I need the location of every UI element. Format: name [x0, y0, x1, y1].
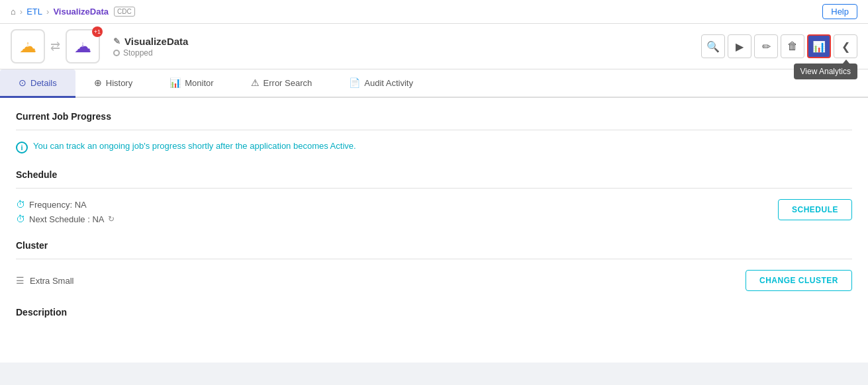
next-schedule-row: ⏱ Next Schedule : NA ↻: [16, 214, 115, 224]
tab-details[interactable]: ⊙ Details: [0, 69, 75, 98]
tab-monitor[interactable]: 📊 Monitor: [151, 69, 232, 98]
play-toolbar-button[interactable]: ▶: [728, 34, 751, 58]
arrow-exchange-icon: ⇄: [50, 39, 60, 54]
audit-activity-tab-icon: 📄: [349, 77, 360, 88]
toolbar-icons: 🔍 ▶ ✏ 🗑 📊 ❮ View Analytics: [701, 34, 857, 58]
divider-schedule: [16, 188, 852, 189]
edit-toolbar-button[interactable]: ✏: [754, 34, 778, 58]
header-left: ☁ ↑ ⇄ +1 ☁ ↓ ✎ VisualizeData Stopped: [11, 29, 188, 64]
upload-arrow-icon: ↑: [26, 40, 30, 48]
error-search-tab-icon: ⚠: [251, 77, 260, 88]
tab-audit-activity[interactable]: 📄 Audit Activity: [330, 69, 432, 98]
download-arrow-icon: ↓: [81, 40, 85, 48]
cluster-size-icon: ☰: [16, 275, 24, 286]
topbar: ⌂ › ETL › VisualizeData CDC Help: [0, 0, 868, 24]
home-icon[interactable]: ⌂: [11, 7, 16, 17]
app-name: VisualizeData: [124, 36, 188, 47]
audit-activity-tab-label: Audit Activity: [364, 78, 413, 88]
history-tab-label: History: [106, 78, 132, 88]
schedule-button[interactable]: SCHEDULE: [778, 199, 852, 220]
tab-history[interactable]: ⊕ History: [75, 69, 151, 98]
divider-progress: [16, 130, 852, 130]
schedule-row: ⏱ Frequency: NA ⏱ Next Schedule : NA ↻ S…: [16, 199, 852, 224]
monitor-tab-icon: 📊: [169, 77, 181, 88]
description-section: Description: [16, 307, 852, 318]
schedule-section: Schedule ⏱ Frequency: NA ⏱ Next Schedule…: [16, 169, 852, 224]
error-search-tab-label: Error Search: [264, 78, 313, 88]
frequency-label: Frequency: NA: [29, 200, 87, 210]
tab-error-search[interactable]: ⚠ Error Search: [232, 69, 331, 98]
description-title: Description: [16, 307, 852, 318]
main-content: Current Job Progress i You can track an …: [0, 98, 868, 363]
info-message: i You can track an ongoing job's progres…: [16, 141, 852, 153]
frequency-row: ⏱ Frequency: NA: [16, 199, 115, 210]
details-tab-icon: ⊙: [19, 77, 26, 88]
breadcrumb: ⌂ › ETL › VisualizeData CDC: [11, 7, 135, 17]
status-dot: [113, 50, 120, 56]
cluster-title: Cluster: [16, 240, 852, 251]
analytics-tooltip: View Analytics: [794, 64, 857, 79]
back-toolbar-icon: ❮: [842, 40, 850, 53]
back-toolbar-button[interactable]: ❮: [834, 34, 857, 58]
visualize-data-breadcrumb[interactable]: VisualizeData: [53, 7, 109, 17]
cluster-info: ☰ Extra Small: [16, 275, 73, 286]
search-toolbar-icon: 🔍: [706, 40, 720, 53]
app-status-row: Stopped: [113, 48, 188, 58]
header-section: ☁ ↑ ⇄ +1 ☁ ↓ ✎ VisualizeData Stopped �: [0, 24, 868, 69]
analytics-toolbar-button[interactable]: 📊: [807, 34, 831, 58]
history-tab-icon: ⊕: [94, 77, 102, 88]
details-tab-label: Details: [30, 78, 57, 88]
frequency-clock-icon: ⏱: [16, 199, 25, 210]
tabs-bar: ⊙ Details ⊕ History 📊 Monitor ⚠ Error Se…: [0, 69, 868, 98]
divider-cluster: [16, 259, 852, 259]
next-schedule-label: Next Schedule : NA: [29, 214, 104, 224]
app-info: ✎ VisualizeData Stopped: [113, 36, 188, 58]
analytics-toolbar-icon: 📊: [812, 40, 826, 53]
cluster-section: Cluster ☰ Extra Small CHANGE CLUSTER: [16, 240, 852, 291]
play-toolbar-icon: ▶: [736, 40, 744, 53]
refresh-icon[interactable]: ↻: [108, 214, 115, 224]
status-label: Stopped: [123, 48, 153, 58]
current-job-progress-title: Current Job Progress: [16, 111, 852, 122]
schedule-title: Schedule: [16, 169, 852, 180]
etl-breadcrumb[interactable]: ETL: [26, 7, 42, 17]
icon-container: ☁ ↑ ⇄ +1 ☁ ↓: [11, 29, 100, 64]
cdc-badge: CDC: [114, 7, 135, 17]
edit-pencil-icon: ✎: [113, 36, 121, 46]
plus1-badge: +1: [92, 26, 103, 37]
app-title-row: ✎ VisualizeData: [113, 36, 188, 47]
cluster-size-label: Extra Small: [30, 276, 73, 286]
edit-toolbar-icon: ✏: [762, 40, 771, 53]
next-schedule-clock-icon: ⏱: [16, 214, 25, 224]
dest-cloud-icon-box: +1 ☁ ↓: [66, 29, 100, 64]
change-cluster-button[interactable]: CHANGE CLUSTER: [746, 270, 852, 291]
search-toolbar-button[interactable]: 🔍: [701, 34, 725, 58]
source-cloud-icon-box: ☁ ↑: [11, 29, 45, 64]
help-button[interactable]: Help: [822, 4, 857, 19]
schedule-fields: ⏱ Frequency: NA ⏱ Next Schedule : NA ↻: [16, 199, 115, 224]
current-job-progress-section: Current Job Progress i You can track an …: [16, 111, 852, 153]
info-text: You can track an ongoing job's progress …: [33, 141, 356, 151]
info-icon: i: [16, 142, 28, 153]
delete-toolbar-icon: 🗑: [787, 40, 798, 52]
delete-toolbar-button[interactable]: 🗑: [781, 34, 804, 58]
cluster-row: ☰ Extra Small CHANGE CLUSTER: [16, 270, 852, 291]
monitor-tab-label: Monitor: [185, 78, 213, 88]
